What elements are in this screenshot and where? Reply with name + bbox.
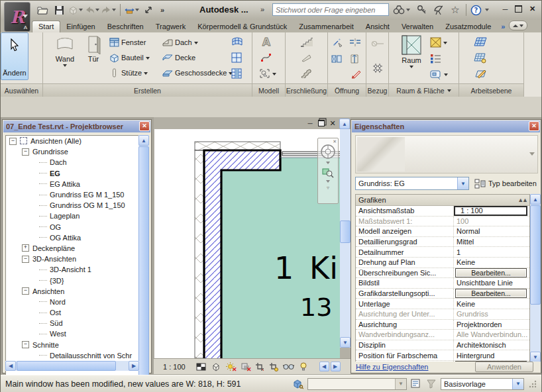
curtain-system-button[interactable] bbox=[231, 36, 243, 48]
tree-expander[interactable] bbox=[39, 162, 47, 163]
detail-level-button[interactable] bbox=[195, 361, 208, 372]
filter-icon[interactable] bbox=[426, 379, 437, 389]
ribbon-tab[interactable]: Tragwerk bbox=[150, 21, 191, 32]
prop-scroll-down-button[interactable]: ▼ bbox=[530, 352, 541, 362]
apply-button[interactable]: Anwenden bbox=[475, 362, 533, 372]
tree-item[interactable]: OG Attika bbox=[6, 232, 138, 243]
pb-scroll-left-button[interactable]: ◀ bbox=[5, 361, 16, 371]
tree-item[interactable]: Lageplan bbox=[6, 211, 138, 221]
temporary-hide-isolate-button[interactable] bbox=[282, 361, 296, 372]
help-dropdown-arrow[interactable] bbox=[483, 3, 490, 17]
minimize-button[interactable]: ─ bbox=[499, 3, 512, 15]
tree-item[interactable]: − Schnitte bbox=[6, 340, 138, 350]
panel-label-arbeitsebene[interactable]: Arbeitsebene bbox=[459, 83, 523, 97]
crop-view-button[interactable] bbox=[253, 361, 266, 372]
undo-button[interactable] bbox=[85, 3, 99, 17]
worksets-icon[interactable] bbox=[293, 379, 303, 389]
tree-item[interactable]: Detailausschnitt von Schr bbox=[6, 350, 138, 361]
level-button[interactable] bbox=[371, 38, 384, 50]
floor-button[interactable]: Geschossdecke bbox=[162, 67, 233, 79]
tree-item[interactable]: West bbox=[6, 328, 138, 339]
collapse-section-icon[interactable]: ▲▲ bbox=[517, 197, 527, 203]
view-scroll-right-button[interactable]: ▶ bbox=[331, 362, 341, 371]
align-button[interactable] bbox=[141, 3, 156, 17]
type-selector-dropdown-arrow[interactable]: ▼ bbox=[457, 177, 468, 189]
zoom-dropdown-arrow[interactable] bbox=[326, 180, 330, 183]
wall-opening-button[interactable] bbox=[349, 36, 361, 48]
panel-dropdown-arrow[interactable] bbox=[447, 89, 451, 92]
tree-expander[interactable] bbox=[39, 237, 47, 238]
reveal-hidden-elements-button[interactable] bbox=[297, 361, 310, 372]
tree-item[interactable]: − Grundrisse bbox=[6, 146, 138, 157]
close-button[interactable]: ✕ bbox=[526, 3, 539, 15]
save-button[interactable] bbox=[52, 3, 66, 17]
component-button[interactable]: Bauteil bbox=[109, 52, 150, 64]
panel-label-oeffnung[interactable]: Öffnung bbox=[328, 83, 366, 97]
tree-item[interactable]: Ost bbox=[6, 307, 138, 318]
area-dropdown-arrow[interactable] bbox=[443, 42, 447, 44]
tag-room-button[interactable] bbox=[430, 68, 448, 80]
properties-help-link[interactable]: Hilfe zu Eigenschaften bbox=[356, 363, 428, 371]
curtain-grid-button[interactable] bbox=[231, 52, 242, 64]
pb-vscroll-thumb[interactable] bbox=[138, 146, 149, 392]
property-row[interactable]: Detaillierungsgrad Mittel bbox=[356, 237, 529, 248]
properties-title[interactable]: Eigenschaften bbox=[352, 121, 540, 132]
view-vscroll-thumb[interactable] bbox=[340, 220, 351, 243]
worksets-combobox[interactable]: ▼ bbox=[307, 378, 407, 390]
tree-expander[interactable] bbox=[39, 355, 47, 356]
tree-expander[interactable] bbox=[39, 301, 47, 302]
tree-expander[interactable] bbox=[39, 195, 47, 195]
edit-type-button[interactable]: Typ bearbeiten bbox=[474, 177, 537, 190]
pb-hscrollbar[interactable]: ◀ ▶ bbox=[5, 361, 139, 371]
undo-dropdown-arrow[interactable] bbox=[95, 9, 99, 11]
wall-button[interactable]: Wand bbox=[51, 34, 79, 67]
mullion-button[interactable] bbox=[231, 68, 242, 79]
project-browser-title[interactable]: 07_Ende Test.rvt - Projektbrowser bbox=[3, 121, 150, 132]
view-vscrollbar[interactable]: ▼ bbox=[340, 129, 351, 348]
ribbon-tab[interactable]: Ansicht bbox=[360, 21, 396, 32]
legend-button[interactable] bbox=[430, 52, 441, 64]
design-option-dropdown-arrow[interactable]: ▼ bbox=[512, 379, 523, 389]
search-input[interactable] bbox=[272, 3, 389, 16]
preview-dropdown-arrow[interactable] bbox=[529, 152, 535, 156]
ceiling-button[interactable]: Decke bbox=[162, 52, 195, 64]
tree-expander[interactable] bbox=[39, 323, 47, 324]
transfer-button[interactable] bbox=[68, 3, 83, 17]
roof-dropdown-arrow[interactable] bbox=[194, 42, 198, 44]
open-button[interactable] bbox=[35, 3, 50, 17]
ribbon-tab[interactable]: Körpermodell & Grundstück bbox=[191, 21, 293, 32]
transfer-dropdown-arrow[interactable] bbox=[79, 9, 83, 11]
ramp-button[interactable] bbox=[301, 52, 312, 64]
crop-region-visibility-button[interactable] bbox=[268, 361, 281, 372]
tree-item[interactable]: Nord bbox=[6, 297, 138, 307]
wall-dropdown-arrow[interactable] bbox=[63, 64, 67, 67]
maximize-button[interactable] bbox=[512, 3, 525, 15]
shaft-opening-button[interactable] bbox=[331, 53, 343, 65]
tree-item[interactable]: Grundriss EG M 1_150 bbox=[6, 189, 138, 200]
navigation-bar[interactable]: ✕ ▿ bbox=[317, 138, 339, 204]
property-row[interactable]: Maßstabswert 1: 100 bbox=[356, 217, 529, 227]
column-dropdown-arrow[interactable] bbox=[144, 72, 148, 75]
properties-close-button[interactable]: ✕ bbox=[529, 121, 539, 131]
property-row[interactable]: Modell anzeigen Normal bbox=[356, 226, 529, 237]
stair-component-button[interactable] bbox=[300, 67, 312, 79]
section-header-grafiken[interactable]: Grafiken▲▲ bbox=[356, 195, 529, 206]
property-row[interactable]: Ansichtsmaßstab 1 : 100 bbox=[356, 206, 529, 217]
column-button[interactable]: Stütze bbox=[109, 67, 148, 79]
ribbon-tab[interactable]: Zusammenarbeit bbox=[293, 21, 360, 32]
room-dropdown-arrow[interactable] bbox=[409, 66, 413, 68]
property-row[interactable]: Detailnummer 1 bbox=[356, 247, 529, 258]
property-row[interactable]: Bildstil Unsichtbare Linie bbox=[356, 278, 529, 289]
property-row[interactable]: Drehung auf Plan Keine bbox=[356, 258, 529, 268]
property-row[interactable]: Überschreibungen Sic... Bearbeiten... bbox=[356, 268, 529, 279]
view-minimize-button[interactable]: ─ bbox=[305, 119, 315, 128]
view-close-button[interactable]: ✕ bbox=[327, 119, 338, 128]
ribbon-tab[interactable]: Start bbox=[32, 21, 60, 32]
view-scale-button[interactable]: 1 : 100 bbox=[163, 363, 186, 371]
properties-vscrollbar[interactable]: ▲ ▼ bbox=[530, 194, 541, 362]
window-button[interactable]: Fenster bbox=[109, 36, 146, 48]
show-workplane-button[interactable] bbox=[474, 36, 487, 48]
communication-center-button[interactable] bbox=[431, 3, 446, 17]
panel-label-auswaehlen[interactable]: Auswählen bbox=[1, 83, 42, 97]
subscription-button[interactable] bbox=[415, 3, 429, 17]
